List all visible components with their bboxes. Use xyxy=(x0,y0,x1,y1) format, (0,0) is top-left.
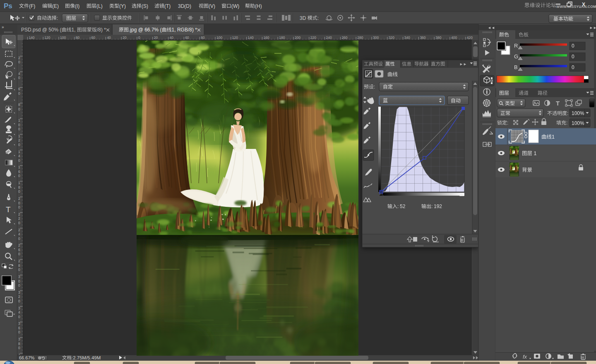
svg-text:0: 0 xyxy=(18,123,20,127)
svg-text:2: 2 xyxy=(18,138,20,142)
svg-text:WWW.MISSYUAN.COM: WWW.MISSYUAN.COM xyxy=(556,5,596,9)
svg-text:2: 2 xyxy=(18,228,20,232)
svg-text:3: 3 xyxy=(18,275,20,279)
svg-text:G: G xyxy=(514,53,518,60)
svg-text:6: 6 xyxy=(18,248,20,252)
svg-text:0: 0 xyxy=(572,43,574,49)
svg-text::: : xyxy=(431,204,433,209)
svg-text:4: 4 xyxy=(18,72,20,76)
svg-text:3: 3 xyxy=(18,321,20,326)
svg-text:0: 0 xyxy=(18,189,20,194)
svg-text:Ps: Ps xyxy=(4,2,12,10)
svg-text:◄◄: ◄◄ xyxy=(488,26,495,30)
svg-text:52: 52 xyxy=(400,204,406,209)
svg-text::: : xyxy=(397,204,399,209)
svg-text:0: 0 xyxy=(18,330,20,334)
svg-text:0: 0 xyxy=(18,283,20,287)
svg-text:2: 2 xyxy=(18,243,20,247)
svg-text:(F): (F) xyxy=(29,3,35,9)
svg-text:0: 0 xyxy=(18,279,20,283)
svg-text::: : xyxy=(567,110,568,116)
svg-text:/8) *: /8) * xyxy=(97,27,106,33)
svg-text:(I): (I) xyxy=(75,3,79,9)
svg-text:3D: 3D xyxy=(300,15,308,21)
svg-text:(T): (T) xyxy=(164,3,171,9)
svg-text::: : xyxy=(317,15,319,21)
svg-text:0: 0 xyxy=(18,201,20,205)
svg-text:1, RGB/8) *: 1, RGB/8) * xyxy=(172,27,197,33)
svg-text:0: 0 xyxy=(18,315,20,319)
svg-text:1,: 1, xyxy=(72,27,77,33)
svg-text:4: 4 xyxy=(18,154,20,158)
svg-text:3: 3 xyxy=(18,306,20,310)
svg-text:1: 1 xyxy=(18,118,20,122)
svg-text:1: 1 xyxy=(532,151,536,156)
svg-text:4: 4 xyxy=(18,310,20,314)
svg-text:0: 0 xyxy=(18,268,20,272)
svg-text:T: T xyxy=(556,100,560,107)
svg-text:100%: 100% xyxy=(572,120,584,126)
svg-text:(E): (E) xyxy=(52,3,59,9)
svg-text:2: 2 xyxy=(18,56,20,60)
svg-text:0: 0 xyxy=(18,60,20,64)
svg-text:►►: ►► xyxy=(589,26,596,30)
svg-text:.jpg @ 66.7% (: .jpg @ 66.7% ( xyxy=(129,27,162,33)
svg-text:0: 0 xyxy=(18,76,20,80)
svg-text:3: 3 xyxy=(18,337,20,341)
svg-text:0: 0 xyxy=(572,54,574,60)
svg-text::: : xyxy=(57,15,58,21)
svg-text:2: 2 xyxy=(18,259,20,263)
svg-text:(V): (V) xyxy=(209,3,215,9)
svg-text:(Y): (Y) xyxy=(119,3,126,9)
svg-text:1: 1 xyxy=(18,165,20,169)
svg-text:0: 0 xyxy=(18,107,20,111)
svg-text:192: 192 xyxy=(434,204,442,209)
svg-text:8: 8 xyxy=(18,342,20,346)
svg-text:0: 0 xyxy=(18,237,20,241)
svg-text:8: 8 xyxy=(18,185,20,189)
svg-text:2: 2 xyxy=(18,295,20,299)
svg-text:R: R xyxy=(514,43,518,49)
svg-text:T: T xyxy=(6,205,11,214)
svg-text:1: 1 xyxy=(18,134,20,138)
svg-text:(H): (H) xyxy=(255,3,262,9)
svg-text:0: 0 xyxy=(18,91,20,96)
svg-text:1: 1 xyxy=(18,150,20,154)
svg-text::2.75M/5.49M: :2.75M/5.49M xyxy=(72,355,101,360)
svg-text:8: 8 xyxy=(18,103,20,107)
svg-text:►►: ►► xyxy=(459,62,467,66)
svg-text::: : xyxy=(374,84,375,90)
svg-text:(L): (L) xyxy=(96,3,103,9)
svg-text:0: 0 xyxy=(18,252,20,256)
svg-text:PSD.psd @ 50% (: PSD.psd @ 50% ( xyxy=(21,27,62,33)
svg-text:0: 0 xyxy=(18,205,20,209)
svg-text:3: 3 xyxy=(18,290,20,295)
svg-text:»: » xyxy=(2,25,4,29)
svg-text::: : xyxy=(507,120,508,126)
svg-text:(S): (S) xyxy=(142,3,148,9)
svg-text:0: 0 xyxy=(18,127,20,131)
svg-text:(W): (W) xyxy=(231,3,239,9)
svg-text:0: 0 xyxy=(18,346,20,350)
svg-text:X: X xyxy=(582,2,585,7)
svg-text:8: 8 xyxy=(18,263,20,268)
svg-text:0: 0 xyxy=(18,174,20,178)
svg-text:0: 0 xyxy=(572,65,574,70)
svg-text:3D(D): 3D(D) xyxy=(178,3,191,9)
svg-text::: : xyxy=(566,120,567,126)
svg-text:6: 6 xyxy=(18,170,20,174)
svg-text:66.67%: 66.67% xyxy=(19,355,35,360)
svg-text:0: 0 xyxy=(18,158,20,163)
svg-text:6: 6 xyxy=(18,326,20,330)
svg-text:0: 0 xyxy=(18,299,20,303)
svg-text:B: B xyxy=(514,64,518,70)
svg-text:2: 2 xyxy=(18,196,20,201)
svg-text:fx: fx xyxy=(523,354,527,360)
svg-text:4: 4 xyxy=(18,232,20,236)
svg-text:1: 1 xyxy=(552,134,555,140)
svg-text:100%: 100% xyxy=(572,110,584,116)
svg-text:2: 2 xyxy=(18,216,20,220)
svg-text:1: 1 xyxy=(18,181,20,185)
svg-text:0: 0 xyxy=(18,221,20,225)
svg-text:0: 0 xyxy=(18,143,20,147)
